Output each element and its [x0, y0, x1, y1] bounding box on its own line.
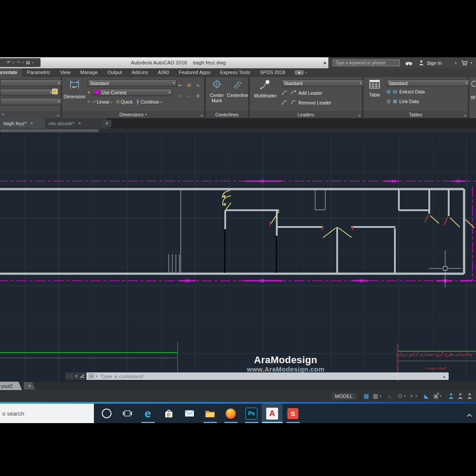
- drawing-canvas[interactable]: AraModesign www.AraModesign.com ساختمانی…: [0, 133, 476, 382]
- horizontal-scrollbar[interactable]: ◂▸: [0, 129, 476, 133]
- plot-icon[interactable]: ▤: [26, 60, 30, 65]
- snap-mode-icon[interactable]: ▦: [372, 392, 380, 401]
- help-caret-icon[interactable]: ▾: [471, 61, 472, 65]
- ortho-mode-icon[interactable]: ∟: [387, 392, 395, 401]
- link-folder-icon[interactable]: ▥: [387, 99, 390, 104]
- model-space-button[interactable]: MODEL: [332, 393, 356, 400]
- text-height-dropdown[interactable]: ▾: [0, 89, 54, 96]
- media-button-icon[interactable]: [294, 70, 304, 75]
- tab-spds-2018[interactable]: SPDS 2018: [255, 68, 290, 77]
- text-scale-dropdown[interactable]: ▾: [0, 98, 62, 105]
- dim-adjust-icon[interactable]: ⊞: [185, 80, 193, 90]
- taskbar-search-box[interactable]: o search: [0, 404, 94, 423]
- skype-button[interactable]: S: [283, 404, 303, 423]
- isoplane-icon[interactable]: ×: [407, 392, 416, 401]
- undo-icon[interactable]: ↶: [7, 60, 11, 65]
- polar-tracking-icon[interactable]: ⊙: [396, 392, 404, 401]
- add-leader-icon[interactable]: [290, 89, 296, 97]
- infocenter-collapse-icon[interactable]: ▶: [324, 61, 327, 65]
- leader-align-icon[interactable]: [282, 89, 288, 97]
- recent-commands-caret-icon[interactable]: ▾: [96, 375, 98, 378]
- sign-in-button[interactable]: Sign In: [427, 60, 442, 66]
- dim-override-icon[interactable]: ╪: [193, 90, 202, 101]
- command-prompt-icon[interactable]: >: [88, 373, 95, 379]
- link-data-icon[interactable]: ▦: [393, 99, 397, 104]
- command-history-toggle-icon[interactable]: ▴: [443, 374, 445, 379]
- tab-featured-apps[interactable]: Featured Apps: [174, 68, 216, 77]
- panel-dimensions-footer[interactable]: Dimensions▾»: [62, 111, 204, 118]
- undo-caret-icon[interactable]: ▾: [13, 61, 14, 64]
- redo-caret-icon[interactable]: ▾: [22, 61, 24, 64]
- photoshop-button[interactable]: Ps: [241, 404, 262, 423]
- add-leader-button[interactable]: Add Leader: [298, 90, 322, 96]
- cortana-button[interactable]: [96, 404, 117, 423]
- table-style-dropdown[interactable]: Standard▾: [387, 79, 469, 87]
- tab-view[interactable]: View: [55, 68, 75, 77]
- leader-collect-icon[interactable]: [282, 99, 288, 107]
- isoplane-caret-icon[interactable]: ▾: [416, 394, 417, 398]
- panel-tables-footer[interactable]: Tables»: [364, 111, 468, 118]
- extract-table-icon[interactable]: ▦: [387, 89, 390, 94]
- extract-data-button[interactable]: Extract Data: [399, 89, 425, 94]
- quick-dimension-button[interactable]: ⊙Quick: [116, 99, 133, 104]
- qat-caret-icon[interactable]: ▾: [32, 61, 33, 64]
- table-button[interactable]: Table: [365, 79, 384, 97]
- dock-grip-icon[interactable]: ⋮⋮: [67, 375, 74, 378]
- close-tab-icon[interactable]: ✕: [30, 121, 33, 126]
- linear-button[interactable]: ⊢⊣Linear▾: [88, 99, 112, 104]
- tab-output[interactable]: Output: [103, 68, 127, 77]
- centerline-button[interactable]: Centerline: [227, 79, 248, 98]
- command-input[interactable]: [100, 373, 443, 379]
- tab-add-ins[interactable]: Add-ins: [127, 68, 153, 77]
- firefox-button[interactable]: [220, 404, 241, 423]
- autoscale-icon[interactable]: [456, 392, 465, 401]
- dim-update-icon[interactable]: ✓: [176, 90, 185, 101]
- file-explorer-button[interactable]: [200, 404, 220, 423]
- close-tab-icon[interactable]: ✕: [78, 121, 82, 126]
- object-snap-icon[interactable]: ▣: [431, 392, 440, 401]
- quick-access-toolbar[interactable]: ↶▾↷▾▤▾: [0, 58, 41, 67]
- tab-parametric[interactable]: Parametric: [22, 68, 55, 77]
- link-data-button[interactable]: Link Data: [399, 99, 419, 104]
- command-dock-handle[interactable]: ⋮⋮ ×: [65, 372, 86, 380]
- signin-caret-icon[interactable]: ▾: [455, 61, 457, 65]
- keyword-search-input[interactable]: [333, 60, 400, 66]
- new-drawing-tab-button[interactable]: +: [102, 120, 112, 127]
- mleader-style-dropdown[interactable]: Standard▾: [282, 79, 364, 87]
- osnap-caret-icon[interactable]: ▾: [440, 394, 442, 398]
- tab-annotate[interactable]: Annotate: [0, 68, 22, 77]
- tab-express-tools[interactable]: Express Tools: [215, 68, 255, 77]
- layer-stack-icon[interactable]: ≡: [88, 90, 90, 95]
- scrollbar-thumb[interactable]: ◂▸: [0, 129, 99, 132]
- dim-jog-icon[interactable]: ∿: [193, 80, 202, 90]
- customize-wrench-icon[interactable]: [79, 372, 84, 380]
- dim-style-dropdown[interactable]: Standard▾: [88, 79, 177, 87]
- panel-text-footer[interactable]: ▾»: [0, 111, 60, 118]
- annotation-visibility-icon[interactable]: [447, 392, 455, 401]
- taskbar-overflow-chevron-icon[interactable]: [466, 411, 472, 419]
- mail-button[interactable]: [179, 404, 200, 423]
- dimension-button[interactable]: Dimension: [64, 79, 85, 99]
- search-binoculars-icon[interactable]: [405, 60, 413, 66]
- panel-centerlines-footer[interactable]: Centerlines: [206, 111, 248, 118]
- autocad-button[interactable]: A: [262, 404, 283, 423]
- polar-caret-icon[interactable]: ▾: [404, 394, 406, 398]
- command-line-bar[interactable]: > ▾ ▴: [86, 372, 449, 380]
- annotation-scale-icon[interactable]: [465, 392, 474, 401]
- close-command-line-icon[interactable]: ×: [75, 374, 78, 379]
- object-snap-tracking-icon[interactable]: ◣: [422, 392, 431, 401]
- check-spelling-icon[interactable]: ✓: [52, 89, 58, 94]
- multileader-button[interactable]: Multileader: [251, 79, 280, 98]
- redo-icon[interactable]: ↷: [16, 60, 20, 65]
- task-view-button[interactable]: [117, 404, 138, 423]
- center-mark-button[interactable]: Center Mark: [207, 79, 227, 103]
- text-style-dropdown[interactable]: ▾: [0, 79, 62, 87]
- cart-icon[interactable]: [461, 60, 468, 66]
- layout-tab-layout2[interactable]: yout2: [0, 382, 22, 390]
- tabrow-caret-icon[interactable]: ▾: [305, 71, 307, 77]
- new-layout-button[interactable]: +: [24, 382, 35, 390]
- file-tab-vila-alizade[interactable]: vila alizade*✕: [45, 118, 110, 129]
- dim-break-icon[interactable]: ⇤: [176, 80, 185, 90]
- continue-dimension-button[interactable]: ╫Continue▾: [136, 99, 162, 104]
- grid-display-icon[interactable]: ▦: [362, 392, 371, 401]
